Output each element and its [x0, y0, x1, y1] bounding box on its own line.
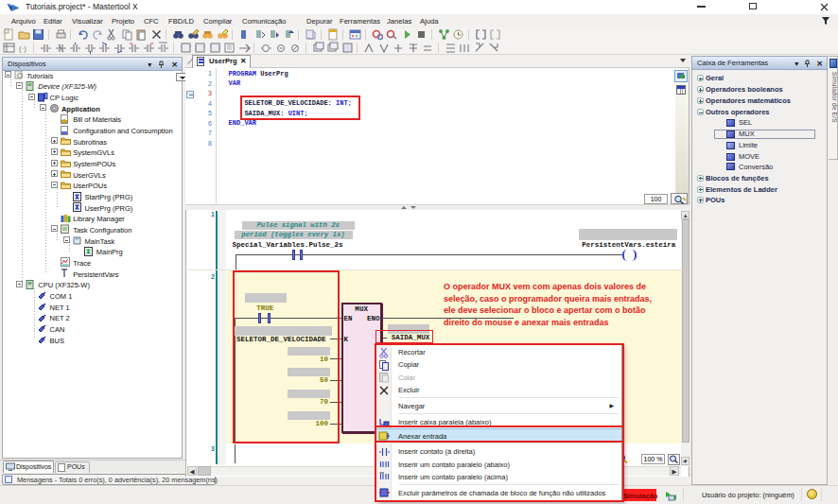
svg-text:(·): (·) [19, 44, 26, 53]
